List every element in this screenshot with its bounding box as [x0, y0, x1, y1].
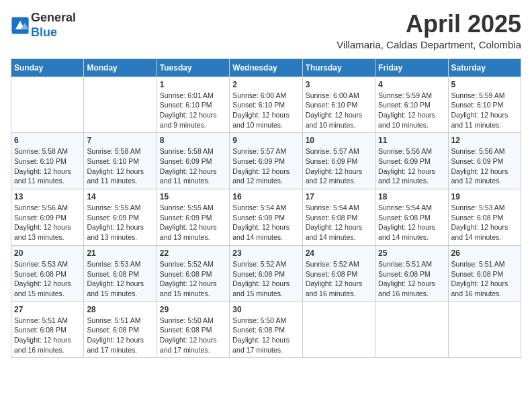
calendar-cell: 19Sunrise: 5:53 AMSunset: 6:08 PMDayligh… — [448, 189, 521, 246]
day-info: Sunrise: 5:52 AMSunset: 6:08 PMDaylight:… — [160, 259, 226, 299]
day-info: Sunrise: 5:56 AMSunset: 6:09 PMDaylight:… — [14, 203, 81, 242]
day-info: Sunrise: 5:54 AMSunset: 6:08 PMDaylight:… — [306, 203, 372, 242]
calendar-cell — [302, 302, 375, 358]
day-number: 24 — [306, 248, 372, 258]
day-number: 10 — [306, 136, 372, 145]
logo-icon — [11, 16, 30, 35]
day-number: 25 — [378, 248, 445, 258]
day-info: Sunrise: 5:52 AMSunset: 6:08 PMDaylight:… — [232, 259, 299, 299]
day-number: 21 — [87, 248, 153, 258]
col-header-thursday: Thursday — [302, 58, 375, 77]
day-info: Sunrise: 5:50 AMSunset: 6:08 PMDaylight:… — [232, 316, 299, 355]
day-info: Sunrise: 5:53 AMSunset: 6:08 PMDaylight:… — [451, 203, 518, 242]
day-number: 18 — [378, 192, 445, 201]
calendar-cell: 29Sunrise: 5:50 AMSunset: 6:08 PMDayligh… — [157, 302, 229, 358]
calendar-cell — [448, 302, 521, 358]
day-info: Sunrise: 5:51 AMSunset: 6:08 PMDaylight:… — [14, 316, 81, 355]
logo-text: General Blue — [31, 11, 76, 40]
calendar-cell: 12Sunrise: 5:56 AMSunset: 6:09 PMDayligh… — [448, 133, 521, 189]
calendar-cell: 2Sunrise: 6:00 AMSunset: 6:10 PMDaylight… — [230, 77, 302, 133]
calendar-cell: 27Sunrise: 5:51 AMSunset: 6:08 PMDayligh… — [11, 302, 84, 358]
day-info: Sunrise: 5:53 AMSunset: 6:08 PMDaylight:… — [87, 259, 153, 299]
logo: General Blue — [11, 11, 76, 40]
day-info: Sunrise: 5:52 AMSunset: 6:08 PMDaylight:… — [306, 259, 372, 299]
calendar-cell: 4Sunrise: 5:59 AMSunset: 6:10 PMDaylight… — [375, 77, 448, 133]
calendar-cell: 22Sunrise: 5:52 AMSunset: 6:08 PMDayligh… — [157, 245, 229, 302]
day-number: 17 — [306, 192, 372, 201]
calendar-cell: 6Sunrise: 5:58 AMSunset: 6:10 PMDaylight… — [11, 133, 84, 189]
calendar-cell: 1Sunrise: 6:01 AMSunset: 6:10 PMDaylight… — [157, 77, 229, 133]
day-info: Sunrise: 5:55 AMSunset: 6:09 PMDaylight:… — [160, 203, 226, 242]
calendar-cell: 20Sunrise: 5:53 AMSunset: 6:08 PMDayligh… — [11, 245, 84, 302]
calendar-cell: 23Sunrise: 5:52 AMSunset: 6:08 PMDayligh… — [230, 245, 302, 302]
calendar-cell: 13Sunrise: 5:56 AMSunset: 6:09 PMDayligh… — [11, 189, 84, 246]
col-header-saturday: Saturday — [448, 58, 521, 77]
day-number: 27 — [14, 305, 81, 314]
header: General Blue April 2025 Villamaria, Cald… — [11, 11, 521, 50]
day-number: 22 — [160, 248, 226, 258]
day-number: 29 — [160, 305, 226, 314]
day-number: 8 — [160, 136, 226, 145]
day-number: 15 — [160, 192, 226, 201]
day-info: Sunrise: 5:51 AMSunset: 6:08 PMDaylight:… — [87, 316, 153, 355]
day-number: 20 — [14, 248, 81, 258]
day-number: 30 — [232, 305, 299, 314]
day-number: 1 — [160, 80, 226, 89]
calendar-cell: 26Sunrise: 5:51 AMSunset: 6:08 PMDayligh… — [448, 245, 521, 302]
calendar-cell — [11, 77, 84, 133]
location: Villamaria, Caldas Department, Colombia — [337, 39, 521, 50]
day-info: Sunrise: 5:57 AMSunset: 6:09 PMDaylight:… — [306, 146, 372, 186]
calendar-cell: 10Sunrise: 5:57 AMSunset: 6:09 PMDayligh… — [302, 133, 375, 189]
calendar-cell: 14Sunrise: 5:55 AMSunset: 6:09 PMDayligh… — [84, 189, 157, 246]
calendar-cell: 28Sunrise: 5:51 AMSunset: 6:08 PMDayligh… — [84, 302, 157, 358]
day-number: 3 — [306, 80, 372, 89]
calendar-cell: 7Sunrise: 5:58 AMSunset: 6:10 PMDaylight… — [84, 133, 157, 189]
day-number: 2 — [232, 80, 299, 89]
day-info: Sunrise: 5:51 AMSunset: 6:08 PMDaylight:… — [451, 259, 518, 299]
day-number: 14 — [87, 192, 153, 201]
calendar-cell: 11Sunrise: 5:56 AMSunset: 6:09 PMDayligh… — [375, 133, 448, 189]
day-info: Sunrise: 5:54 AMSunset: 6:08 PMDaylight:… — [232, 203, 299, 242]
day-number: 19 — [451, 192, 518, 201]
day-number: 6 — [14, 136, 81, 145]
calendar-cell: 3Sunrise: 6:00 AMSunset: 6:10 PMDaylight… — [302, 77, 375, 133]
day-info: Sunrise: 5:50 AMSunset: 6:08 PMDaylight:… — [160, 316, 226, 355]
calendar-cell — [84, 77, 157, 133]
day-number: 7 — [87, 136, 153, 145]
calendar-cell: 25Sunrise: 5:51 AMSunset: 6:08 PMDayligh… — [375, 245, 448, 302]
day-info: Sunrise: 5:59 AMSunset: 6:10 PMDaylight:… — [378, 91, 445, 130]
day-number: 12 — [451, 136, 518, 145]
col-header-wednesday: Wednesday — [230, 58, 302, 77]
col-header-monday: Monday — [84, 58, 157, 77]
calendar-cell: 21Sunrise: 5:53 AMSunset: 6:08 PMDayligh… — [84, 245, 157, 302]
day-info: Sunrise: 6:00 AMSunset: 6:10 PMDaylight:… — [306, 91, 372, 130]
title-block: April 2025 Villamaria, Caldas Department… — [337, 11, 521, 50]
day-number: 23 — [232, 248, 299, 258]
calendar-cell: 16Sunrise: 5:54 AMSunset: 6:08 PMDayligh… — [230, 189, 302, 246]
day-info: Sunrise: 6:01 AMSunset: 6:10 PMDaylight:… — [160, 91, 226, 130]
calendar-cell: 5Sunrise: 5:59 AMSunset: 6:10 PMDaylight… — [448, 77, 521, 133]
col-header-sunday: Sunday — [11, 58, 84, 77]
day-number: 13 — [14, 192, 81, 201]
day-number: 4 — [378, 80, 445, 89]
calendar-cell: 17Sunrise: 5:54 AMSunset: 6:08 PMDayligh… — [302, 189, 375, 246]
calendar-cell — [375, 302, 448, 358]
calendar-cell: 18Sunrise: 5:54 AMSunset: 6:08 PMDayligh… — [375, 189, 448, 246]
day-info: Sunrise: 5:58 AMSunset: 6:10 PMDaylight:… — [14, 146, 81, 186]
day-info: Sunrise: 5:59 AMSunset: 6:10 PMDaylight:… — [451, 91, 518, 130]
day-info: Sunrise: 5:58 AMSunset: 6:10 PMDaylight:… — [87, 146, 153, 186]
day-info: Sunrise: 5:56 AMSunset: 6:09 PMDaylight:… — [378, 146, 445, 186]
calendar-table: SundayMondayTuesdayWednesdayThursdayFrid… — [11, 58, 521, 359]
calendar-cell: 24Sunrise: 5:52 AMSunset: 6:08 PMDayligh… — [302, 245, 375, 302]
month-year: April 2025 — [337, 11, 521, 38]
day-info: Sunrise: 5:57 AMSunset: 6:09 PMDaylight:… — [232, 146, 299, 186]
col-header-tuesday: Tuesday — [157, 58, 229, 77]
calendar-cell: 15Sunrise: 5:55 AMSunset: 6:09 PMDayligh… — [157, 189, 229, 246]
day-info: Sunrise: 5:56 AMSunset: 6:09 PMDaylight:… — [451, 146, 518, 186]
day-number: 28 — [87, 305, 153, 314]
day-number: 11 — [378, 136, 445, 145]
col-header-friday: Friday — [375, 58, 448, 77]
day-number: 5 — [451, 80, 518, 89]
calendar-cell: 30Sunrise: 5:50 AMSunset: 6:08 PMDayligh… — [230, 302, 302, 358]
day-number: 9 — [232, 136, 299, 145]
